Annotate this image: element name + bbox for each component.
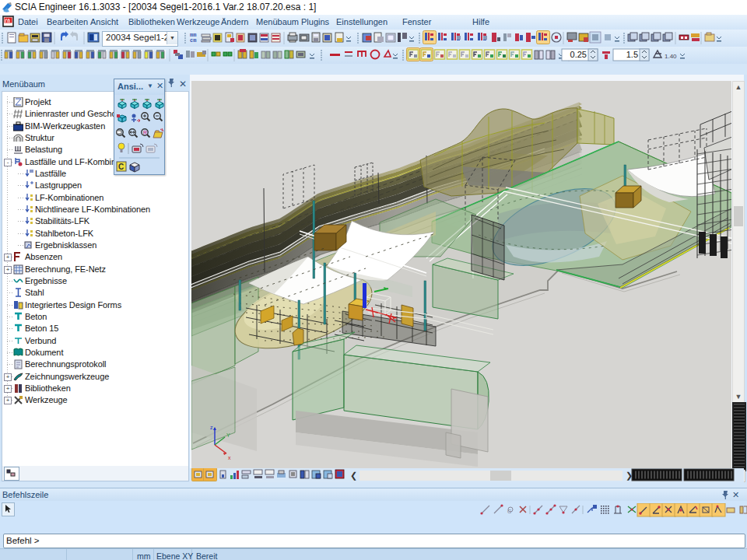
svg-text:0.25: 0.25: [570, 50, 587, 59]
svg-text:❮: ❮: [350, 471, 357, 481]
svg-text:1.5: 1.5: [626, 50, 638, 59]
svg-text:1.40: 1.40: [665, 53, 677, 60]
svg-text:Y: Y: [226, 432, 230, 438]
svg-text:z: z: [210, 425, 213, 430]
svg-text:R: R: [143, 130, 147, 135]
svg-text:x: x: [228, 455, 231, 460]
svg-text:G: G: [507, 509, 511, 514]
svg-text:C: C: [118, 163, 124, 171]
svg-text:cm: cm: [190, 37, 196, 44]
